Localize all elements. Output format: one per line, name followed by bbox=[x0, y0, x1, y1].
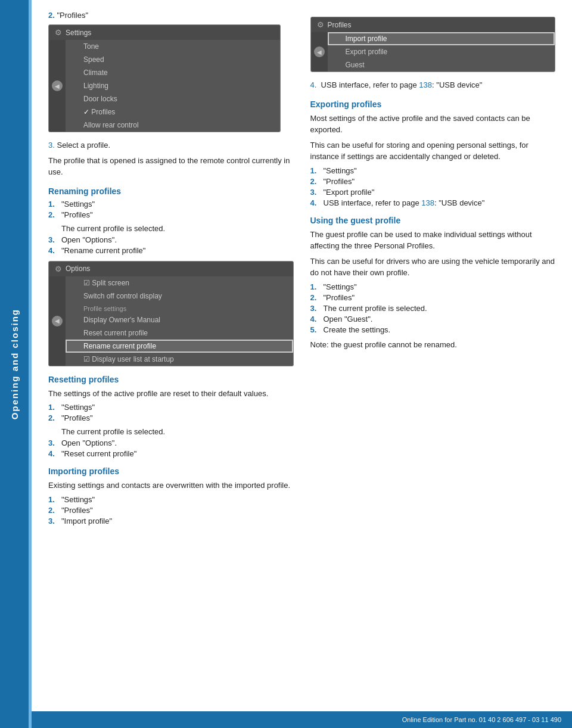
import-screen-main: Import profile Export profile Guest bbox=[328, 32, 555, 71]
settings-row-lighting: Lighting bbox=[66, 79, 280, 92]
guest-para1: The guest profile can be used to make in… bbox=[310, 229, 556, 252]
import-gear-icon: ⚙ bbox=[317, 20, 324, 29]
step2-item: 2. "Profiles" bbox=[48, 11, 294, 20]
left-column: 2. "Profiles" ⚙ Settings ◀ Tone Speed Cl… bbox=[48, 11, 294, 530]
footer-bar: Online Edition for Part no. 01 40 2 606 … bbox=[32, 711, 572, 728]
renaming-step-2: 2. "Profiles" bbox=[48, 210, 294, 219]
options-row-ownersmanual: Display Owner's Manual bbox=[66, 313, 293, 326]
guest-step-2: 2. "Profiles" bbox=[310, 293, 556, 302]
resetting-steps-cont: 3. Open "Options". 4. "Reset current pro… bbox=[48, 438, 294, 458]
right-step4-link: 138 bbox=[419, 80, 432, 89]
exporting-heading: Exporting profiles bbox=[310, 99, 556, 109]
settings-row-speed: Speed bbox=[66, 53, 280, 66]
step2-text: "Profiles" bbox=[57, 11, 88, 20]
guest-step-5: 5. Create the settings. bbox=[310, 325, 556, 334]
guest-step-3: 3. The current profile is selected. bbox=[310, 304, 556, 313]
renaming-step-4: 4. "Rename current profile" bbox=[48, 246, 294, 255]
step3-line: 3. Select a profile. bbox=[48, 139, 294, 151]
importing-step-1: 1. "Settings" bbox=[48, 495, 294, 504]
exporting-step-1: 1. "Settings" bbox=[310, 166, 556, 175]
options-screen-main: Split screen Switch off control display … bbox=[66, 276, 293, 366]
main-content: 2. "Profiles" ⚙ Settings ◀ Tone Speed Cl… bbox=[32, 0, 572, 566]
guest-step-1: 1. "Settings" bbox=[310, 282, 556, 291]
import-screen-title: Profiles bbox=[328, 21, 352, 29]
renaming-indent-note: The current profile is selected. bbox=[61, 224, 294, 233]
right-column: ⚙ Profiles ◀ Import profile Export profi… bbox=[310, 11, 556, 530]
import-nav-btn[interactable]: ◀ bbox=[314, 46, 325, 57]
import-screen-nav: ◀ bbox=[311, 32, 328, 71]
import-screen-body: ◀ Import profile Export profile Guest bbox=[311, 32, 555, 71]
resetting-step-1: 1. "Settings" bbox=[48, 403, 294, 412]
options-row-switchoff: Switch off control display bbox=[66, 290, 293, 303]
settings-screen-body: ◀ Tone Speed Climate Lighting Door locks… bbox=[49, 40, 280, 132]
renaming-step-1: 1. "Settings" bbox=[48, 200, 294, 209]
guest-step-4: 4. Open "Guest". bbox=[310, 315, 556, 323]
settings-screen-title: Settings bbox=[66, 29, 91, 37]
resetting-heading: Resetting profiles bbox=[48, 375, 294, 384]
options-gear-icon: ⚙ bbox=[55, 265, 62, 273]
guest-para2: This can be useful for drivers who are u… bbox=[310, 256, 556, 279]
exporting-step-3: 3. "Export profile" bbox=[310, 188, 556, 197]
settings-screen: ⚙ Settings ◀ Tone Speed Climate Lighting… bbox=[48, 24, 281, 132]
settings-row-doorlocks: Door locks bbox=[66, 92, 280, 105]
exporting-steps: 1. "Settings" 2. "Profiles" 3. "Export p… bbox=[310, 166, 556, 207]
sidebar: Opening and closing bbox=[0, 0, 29, 728]
guest-note: Note: the guest profile cannot be rename… bbox=[310, 339, 556, 351]
settings-row-profiles: Profiles bbox=[66, 105, 280, 119]
resetting-steps: 1. "Settings" 2. "Profiles" bbox=[48, 403, 294, 422]
step2-num: 2. bbox=[48, 11, 55, 20]
renaming-steps-cont: 3. Open "Options". 4. "Rename current pr… bbox=[48, 235, 294, 255]
renaming-heading: Renaming profiles bbox=[48, 186, 294, 196]
step3-num: 3. bbox=[48, 141, 55, 150]
resetting-step-3: 3. Open "Options". bbox=[48, 438, 294, 447]
step3-text: Select a profile. bbox=[57, 141, 110, 150]
import-screen-header: ⚙ Profiles bbox=[311, 17, 555, 32]
settings-row-tone: Tone bbox=[66, 40, 280, 53]
settings-row-climate: Climate bbox=[66, 66, 280, 79]
import-row-export: Export profile bbox=[328, 45, 555, 58]
screen-main: Tone Speed Climate Lighting Door locks P… bbox=[66, 40, 280, 132]
settings-screen-header: ⚙ Settings bbox=[49, 25, 280, 40]
sidebar-label: Opening and closing bbox=[10, 309, 20, 419]
options-row-split: Split screen bbox=[66, 276, 293, 290]
export-link: 138 bbox=[421, 198, 434, 207]
right-step4-num: 4. bbox=[310, 80, 317, 89]
resetting-indent-note: The current profile is selected. bbox=[61, 427, 294, 436]
importing-step-2: 2. "Profiles" bbox=[48, 506, 294, 515]
guest-heading: Using the guest profile bbox=[310, 216, 556, 225]
nav-btn[interactable]: ◀ bbox=[52, 80, 63, 91]
step3-note: The profile that is opened is assigned t… bbox=[48, 155, 294, 178]
options-screen: ⚙ Options ◀ Split screen Switch off cont… bbox=[48, 261, 294, 366]
resetting-step-4: 4. "Reset current profile" bbox=[48, 449, 294, 458]
settings-row-rear: Allow rear control bbox=[66, 119, 280, 132]
resetting-para: The settings of the active profile are r… bbox=[48, 388, 294, 400]
exporting-para2: This can be useful for storing and openi… bbox=[310, 139, 556, 163]
renaming-step-3: 3. Open "Options". bbox=[48, 235, 294, 244]
exporting-para1: Most settings of the active profile and … bbox=[310, 113, 556, 136]
options-row-userlist: Display user list at startup bbox=[66, 353, 293, 366]
options-screen-nav: ◀ bbox=[49, 276, 66, 366]
options-row-reset: Reset current profile bbox=[66, 326, 293, 340]
import-row-guest: Guest bbox=[328, 58, 555, 71]
options-screen-body: ◀ Split screen Switch off control displa… bbox=[49, 276, 293, 366]
options-screen-title: Options bbox=[66, 265, 90, 273]
options-nav-btn[interactable]: ◀ bbox=[52, 316, 63, 326]
options-screen-header: ⚙ Options bbox=[49, 262, 293, 276]
two-column-layout: 2. "Profiles" ⚙ Settings ◀ Tone Speed Cl… bbox=[48, 11, 555, 530]
exporting-step-4: 4. USB interface, refer to page 138: "US… bbox=[310, 198, 556, 207]
resetting-step-2: 2. "Profiles" bbox=[48, 413, 294, 422]
right-step4-suffix: : "USB device" bbox=[432, 80, 482, 89]
gear-icon: ⚙ bbox=[55, 28, 62, 37]
guest-steps: 1. "Settings" 2. "Profiles" 3. The curre… bbox=[310, 282, 556, 334]
importing-heading: Importing profiles bbox=[48, 466, 294, 476]
importing-para: Existing settings and contacts are overw… bbox=[48, 480, 294, 491]
importing-steps: 1. "Settings" 2. "Profiles" 3. "Import p… bbox=[48, 495, 294, 525]
options-row-rename: Rename current profile bbox=[66, 340, 293, 353]
renaming-steps: 1. "Settings" 2. "Profiles" bbox=[48, 200, 294, 219]
screen-nav-left: ◀ bbox=[49, 40, 66, 132]
importing-step-3: 3. "Import profile" bbox=[48, 517, 294, 525]
footer-text: Online Edition for Part no. 01 40 2 606 … bbox=[402, 716, 561, 723]
right-step4-text: USB interface, refer to page bbox=[321, 80, 419, 89]
import-screen: ⚙ Profiles ◀ Import profile Export profi… bbox=[310, 17, 556, 72]
right-step4: 4. USB interface, refer to page 138: "US… bbox=[310, 79, 556, 91]
